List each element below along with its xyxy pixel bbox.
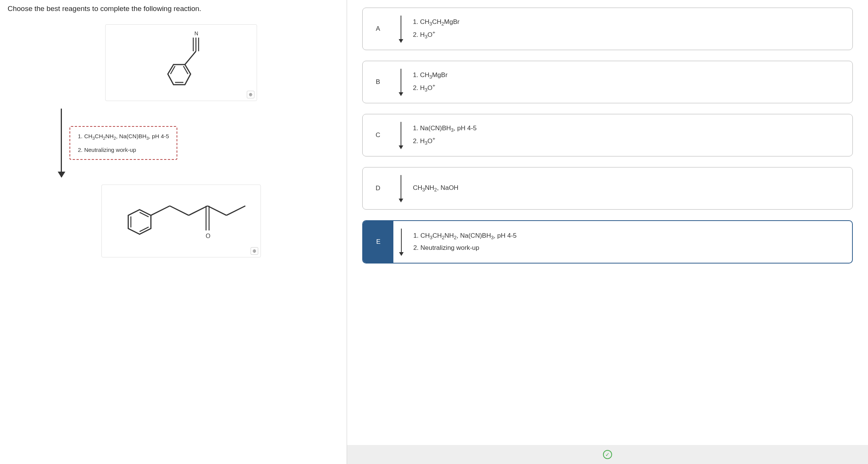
ketone-structure: O [109, 189, 253, 253]
reagent-line1: 1. CH3CH2NH2, Na(CN)BH3, pH 4-5 [78, 133, 169, 140]
option-body: 1. CH3CH2NH2, Na(CN)BH3, pH 4-5 2. Neutr… [393, 221, 852, 263]
question-panel: Choose the best reagents to complete the… [0, 0, 347, 464]
svg-line-14 [189, 206, 208, 215]
option-label: D [363, 167, 393, 209]
footer-bar: ✓ [347, 445, 868, 464]
down-arrow-icon [401, 229, 402, 255]
option-text: 1. CH3CH2NH2, Na(CN)BH3, pH 4-5 2. Neutr… [413, 230, 516, 254]
zoom-icon[interactable]: ⊕ [247, 91, 254, 98]
reagent-line2: 2. Neutralizing work-up [78, 147, 169, 153]
svg-line-3 [185, 51, 196, 65]
option-text: 1. Na(CN)BH3, pH 4-5 2. H3O+ [413, 123, 477, 148]
checkmark-icon[interactable]: ✓ [603, 450, 612, 459]
option-text: CH3NH2, NaOH [413, 182, 458, 194]
option-label: E [363, 221, 393, 263]
option-label: C [363, 114, 393, 156]
nitrile-structure: N [143, 28, 219, 97]
option-c[interactable]: C 1. Na(CN)BH3, pH 4-5 2. H3O+ [362, 114, 853, 156]
option-b[interactable]: B 1. CH3MgBr 2. H3O+ [362, 61, 853, 103]
nitrogen-label: N [194, 30, 198, 36]
svg-marker-4 [168, 65, 191, 85]
zoom-icon[interactable]: ⊕ [251, 247, 258, 255]
svg-line-7 [170, 66, 175, 74]
down-arrow-icon [401, 16, 401, 42]
option-d[interactable]: D CH3NH2, NaOH [362, 167, 853, 210]
options-panel: A 1. CH3CH2MgBr 2. H3O+ B 1. CH3MgBr 2. … [347, 0, 868, 464]
option-text: 1. CH3CH2MgBr 2. H3O+ [413, 16, 459, 41]
product-box: O ⊕ [101, 185, 261, 257]
reaction-scheme: N ⊕ 1. CH3CH2NH2, Na(CN)BH3, pH 4-5 2. N… [23, 24, 339, 257]
option-label: B [363, 61, 393, 103]
option-body: 1. CH3CH2MgBr 2. H3O+ [393, 8, 852, 50]
svg-line-16 [226, 206, 245, 215]
reaction-arrow-icon [61, 109, 62, 177]
option-label: A [363, 8, 393, 50]
option-body: 1. Na(CN)BH3, pH 4-5 2. H3O+ [393, 114, 852, 156]
oxygen-label: O [205, 233, 210, 239]
svg-marker-8 [128, 210, 151, 234]
question-text: Choose the best reagents to complete the… [8, 5, 339, 13]
down-arrow-icon [401, 175, 401, 202]
option-e[interactable]: E 1. CH3CH2NH2, Na(CN)BH3, pH 4-5 2. Neu… [362, 220, 853, 264]
reaction-arrow-section: 1. CH3CH2NH2, Na(CN)BH3, pH 4-5 2. Neutr… [61, 109, 177, 177]
starting-material-box: N ⊕ [105, 24, 257, 101]
option-body: CH3NH2, NaOH [393, 167, 852, 209]
svg-line-13 [170, 206, 189, 215]
option-text: 1. CH3MgBr 2. H3O+ [413, 69, 447, 95]
option-a[interactable]: A 1. CH3CH2MgBr 2. H3O+ [362, 8, 853, 50]
svg-line-15 [207, 206, 226, 215]
option-body: 1. CH3MgBr 2. H3O+ [393, 61, 852, 103]
selected-reagent-box: 1. CH3CH2NH2, Na(CN)BH3, pH 4-5 2. Neutr… [69, 126, 177, 160]
svg-line-5 [183, 66, 188, 74]
down-arrow-icon [401, 69, 401, 95]
svg-line-12 [151, 206, 170, 215]
down-arrow-icon [401, 122, 401, 148]
